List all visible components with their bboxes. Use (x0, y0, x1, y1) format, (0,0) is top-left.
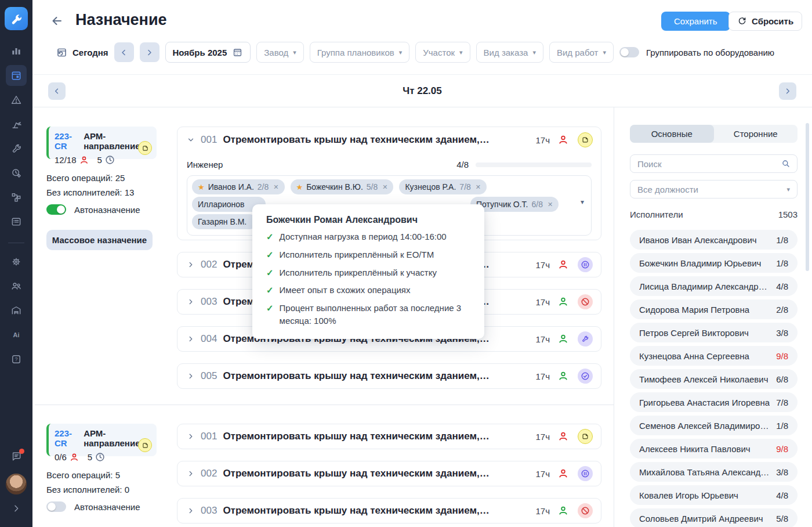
executor-chip[interactable]: ★ Иванов И.А. 2/8 ✕ (192, 179, 285, 194)
wrench-icon (581, 335, 589, 343)
executor-chip[interactable]: Кузнецов Р.А. 7/8 ✕ (399, 179, 487, 194)
executor-load-overloaded: 9/8 (771, 444, 788, 454)
group-code[interactable]: 223-CR (55, 428, 80, 448)
group-by-equipment-label: Группировать по оборудованию (646, 48, 774, 57)
search-input[interactable] (637, 159, 781, 169)
sidebar-item-help[interactable]: ? (6, 349, 27, 370)
remove-chip-icon[interactable]: ✕ (476, 183, 481, 191)
operation-row[interactable]: 001 Отремонтировать крышу над технически… (177, 424, 601, 449)
group-code[interactable]: 223-CR (55, 131, 80, 151)
sidebar-item-structure[interactable] (6, 187, 27, 208)
collapse-chips-button[interactable]: ▾ (576, 196, 589, 208)
sidebar-item-chat[interactable] (6, 446, 27, 467)
executor-list-item[interactable]: Ковалев Игорь Юрьевич4/8 (630, 485, 798, 505)
remove-chip-icon[interactable]: ✕ (382, 183, 387, 191)
sidebar-item-warehouse[interactable] (6, 300, 27, 321)
work-group-card[interactable]: 223-CR АРМ-направление 0/6 5 (46, 424, 157, 456)
sidebar-item-equipment[interactable] (6, 114, 27, 135)
refresh-icon (737, 16, 747, 26)
auto-assign-toggle[interactable] (46, 204, 66, 215)
sidebar-item-ai[interactable]: Ai (6, 324, 27, 345)
search-icon (781, 158, 791, 169)
star-icon[interactable]: ★ (198, 183, 205, 192)
next-day-button[interactable] (779, 82, 796, 100)
reset-button[interactable]: Сбросить (728, 12, 802, 31)
filter-plant-dropdown[interactable]: Завод ▾ (256, 42, 304, 63)
executor-list-item[interactable]: Соловьев Дмитрий Андреевич5/8 (630, 508, 798, 527)
executor-list-item[interactable]: Сидорова Мария Петровна2/8 (630, 299, 798, 319)
app-logo[interactable] (5, 7, 28, 30)
sidebar-item-personnel[interactable] (6, 276, 27, 297)
group-assigned-ratio: 0/6 (55, 452, 67, 462)
mass-assign-button[interactable]: Массовое назначение (46, 230, 153, 250)
wrench-icon (10, 143, 22, 154)
operation-row[interactable]: 001 Отремонтировать крышу над технически… (177, 127, 601, 153)
tab-main-executors[interactable]: Основные (630, 125, 714, 143)
executor-list-item[interactable]: Михайлова Татьяна Александро…3/8 (630, 462, 798, 482)
remove-chip-icon[interactable]: ✕ (273, 183, 278, 191)
position-filter-select[interactable]: Все должности ▾ (630, 180, 798, 198)
star-icon[interactable]: ★ (296, 183, 303, 192)
operation-row[interactable]: 002 Отремонтировать крышу над технически… (177, 461, 601, 486)
prev-period-button[interactable] (114, 42, 134, 62)
executor-list-item[interactable]: Кузнецова Анна Сергеевна9/8 (630, 346, 798, 366)
sidebar-item-alerts[interactable] (6, 89, 27, 110)
sidebar-item-schedule[interactable] (6, 163, 27, 183)
sidebar-item-documents[interactable] (6, 211, 27, 232)
right-panel-divider (614, 107, 614, 527)
operation-row[interactable]: 003 Отремонтировать крышу над технически… (177, 498, 601, 524)
today-button[interactable]: Сегодня (56, 46, 108, 59)
progress-bar (476, 163, 592, 167)
sidebar-item-planning[interactable] (6, 65, 27, 86)
group-card-header: 223-CR АРМ-направление (55, 428, 151, 448)
executor-list-item[interactable]: Григорьева Анастасия Игоревна7/8 (630, 392, 798, 412)
chevron-right-icon[interactable] (186, 371, 196, 381)
auto-assign-toggle[interactable] (46, 501, 66, 512)
person-icon (79, 156, 89, 165)
executor-list-item[interactable]: Тимофеев Алексей Николаевич6/8 (630, 369, 798, 389)
save-button[interactable]: Сохранить (661, 12, 730, 31)
chevron-right-icon[interactable] (186, 297, 196, 307)
chip-load: 7/8 (459, 182, 470, 192)
executor-list-item[interactable]: Алексеев Никита Павлович9/8 (630, 439, 798, 459)
sidebar-item-settings[interactable] (6, 251, 27, 272)
operation-row[interactable]: 005 Отремонтировать крышу над технически… (177, 363, 601, 389)
filter-section-dropdown[interactable]: Участок ▾ (415, 42, 470, 63)
clock-icon (95, 452, 105, 462)
remove-chip-icon[interactable]: ✕ (548, 201, 553, 208)
tab-external-executors[interactable]: Сторонние (714, 125, 798, 143)
executor-list-item[interactable]: Семенов Алексей Владимирович1/8 (630, 416, 798, 435)
user-avatar[interactable] (6, 474, 27, 494)
executor-chip[interactable]: Газарян В.М. (192, 214, 257, 229)
chevron-right-icon[interactable] (186, 468, 196, 479)
sidebar-item-maintenance[interactable] (6, 138, 27, 159)
group-by-equipment-toggle[interactable] (619, 47, 639, 57)
executor-list-item[interactable]: Божечкин Владимир Юрьевич1/8 (630, 253, 798, 273)
executor-chip[interactable]: ★ Божечкин В.Ю. 5/8 ✕ (291, 179, 394, 194)
filter-planner-group-dropdown[interactable]: Группа плановиков ▾ (310, 42, 409, 63)
toggle-knob (48, 503, 56, 511)
chevron-right-icon (784, 87, 792, 95)
group-card-stats: 0/6 5 (55, 452, 151, 462)
chevron-right-icon[interactable] (186, 334, 196, 344)
person-status-icon (558, 334, 568, 344)
next-period-button[interactable] (140, 42, 160, 62)
filter-order-type-dropdown[interactable]: Вид заказа ▾ (476, 42, 543, 63)
executor-name: Ковалев Игорь Юрьевич (639, 490, 738, 500)
back-button[interactable] (49, 13, 65, 29)
operation-title: Отремонтировать крышу над техническим зд… (223, 468, 530, 479)
chevron-right-icon[interactable] (186, 431, 196, 442)
month-picker[interactable]: Ноябрь 2025 (165, 42, 251, 63)
scrollbar-thumb[interactable] (806, 123, 809, 271)
filter-work-type-dropdown[interactable]: Вид работ ▾ (549, 42, 614, 63)
chevron-down-icon[interactable] (186, 135, 196, 145)
executor-list-item[interactable]: Лисица Владимир Александров…4/8 (630, 276, 798, 296)
chevron-right-icon[interactable] (186, 506, 196, 516)
work-group-card[interactable]: 223-CR АРМ-направление 12/18 5 (46, 127, 157, 159)
chevron-right-icon[interactable] (186, 259, 196, 270)
executor-list-item[interactable]: Петров Сергей Викторович3/8 (630, 323, 798, 342)
executor-list-item[interactable]: Иванов Иван Александрович1/8 (630, 230, 798, 250)
sidebar-expand-button[interactable] (6, 498, 27, 519)
sidebar-item-dashboard[interactable] (6, 41, 27, 62)
person-status-icon (558, 297, 568, 307)
